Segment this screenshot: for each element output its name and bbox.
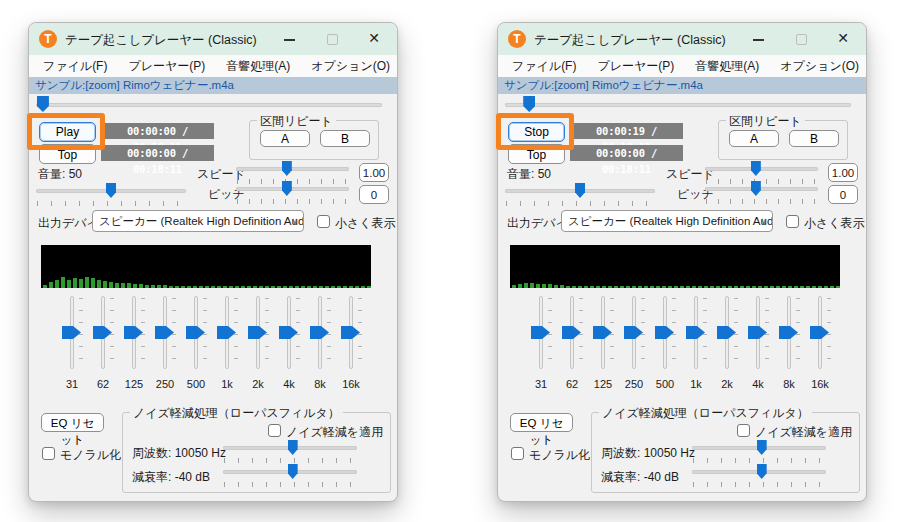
pitch-value-box[interactable]: 0 [828,185,858,204]
eq-slider-62[interactable]: 62 [560,296,584,394]
noise-apply-checkbox[interactable] [268,424,281,437]
spectrum-bar [67,280,71,288]
small-view-checkbox[interactable] [786,215,799,228]
menu-player[interactable]: プレーヤー(P) [594,57,677,76]
eq-slider-500[interactable]: 500 [653,296,677,394]
spectrum-bar [548,284,552,288]
menu-audio-processing[interactable]: 音響処理(A) [692,57,762,76]
eq-band-label: 1k [684,378,708,390]
noise-group-label: ノイズ軽減処理（ローパスフィルタ） [130,405,343,422]
small-view-checkbox[interactable] [317,215,330,228]
volume-slider[interactable] [505,183,655,207]
attenuation-thumb[interactable] [757,464,767,479]
speed-track[interactable] [705,167,818,171]
window-title: テープ起こしプレーヤー (Classic) [65,32,257,49]
seek-slider[interactable] [36,96,382,114]
pitch-track[interactable] [236,187,349,191]
frequency-thumb[interactable] [288,440,298,455]
eq-slider-500[interactable]: 500 [184,296,208,394]
spectrum-bar [728,286,732,288]
minimize-button[interactable] [269,23,311,55]
pitch-thumb[interactable] [282,181,292,196]
menu-options[interactable]: オプション(O) [308,57,393,76]
spectrum-bar [181,286,185,288]
eq-slider-16k[interactable]: 16k [808,296,832,394]
spectrum-bar [608,286,612,288]
eq-slider-31[interactable]: 31 [60,296,84,394]
seek-thumb[interactable] [37,96,49,112]
repeat-b-button[interactable]: B [320,130,370,147]
noise-apply-checkbox[interactable] [737,424,750,437]
frequency-slider[interactable] [692,440,826,464]
output-device-select[interactable]: スピーカー (Realtek High Definition Audio(S ∨ [561,210,773,232]
menu-file[interactable]: ファイル(F) [40,57,110,76]
pitch-slider[interactable] [705,181,818,205]
speed-value-box[interactable]: 1.00 [359,163,389,182]
speed-track[interactable] [236,167,349,171]
menu-audio-processing[interactable]: 音響処理(A) [223,57,293,76]
eq-band-label: 16k [808,378,832,390]
frequency-thumb[interactable] [757,440,767,455]
speed-value-box[interactable]: 1.00 [828,163,858,182]
close-button[interactable]: ✕ [822,23,864,55]
loaded-file-label: サンプル:[zoom] Rimoウェビナー.m4a [498,77,866,94]
seek-track[interactable] [505,103,851,107]
eq-slider-250[interactable]: 250 [153,296,177,394]
eq-slider-2k[interactable]: 2k [715,296,739,394]
eq-slider-31[interactable]: 31 [529,296,553,394]
menu-options[interactable]: オプション(O) [777,57,862,76]
menu-file[interactable]: ファイル(F) [509,57,579,76]
time-current-display: 00:00:19 / 00:18:11 [570,123,683,139]
attenuation-slider[interactable] [692,464,826,488]
eq-slider-1k[interactable]: 1k [684,296,708,394]
eq-slider-16k[interactable]: 16k [339,296,363,394]
eq-slider-8k[interactable]: 8k [308,296,332,394]
eq-slider-4k[interactable]: 4k [746,296,770,394]
maximize-button[interactable] [780,23,822,55]
repeat-a-button[interactable]: A [729,130,779,147]
spectrum-bar [824,286,828,288]
spectrum-bar [151,285,155,288]
spectrum-bar [704,286,708,288]
pitch-track[interactable] [705,187,818,191]
eq-slider-4k[interactable]: 4k [277,296,301,394]
seek-thumb[interactable] [523,96,535,112]
eq-slider-8k[interactable]: 8k [777,296,801,394]
minimize-button[interactable] [738,23,780,55]
eq-slider-1k[interactable]: 1k [215,296,239,394]
volume-slider[interactable] [36,183,186,207]
repeat-b-button[interactable]: B [789,130,839,147]
attenuation-thumb[interactable] [288,464,298,479]
spectrum-bar [115,283,119,288]
eq-reset-button[interactable]: EQ リセット [510,413,573,432]
seek-slider[interactable] [505,96,851,114]
title-bar[interactable]: T テープ起こしプレーヤー (Classic) ✕ [29,23,397,55]
spectrum-bar [788,286,792,288]
spectrum-bar [157,285,161,288]
seek-track[interactable] [36,103,382,107]
eq-slider-62[interactable]: 62 [91,296,115,394]
title-bar[interactable]: T テープ起こしプレーヤー (Classic) ✕ [498,23,866,55]
eq-reset-button[interactable]: EQ リセット [41,413,104,432]
eq-slider-250[interactable]: 250 [622,296,646,394]
pitch-slider[interactable] [236,181,349,205]
attenuation-slider[interactable] [223,464,357,488]
output-device-select[interactable]: スピーカー (Realtek High Definition Audio(S ∨ [92,210,304,232]
volume-thumb[interactable] [575,183,585,198]
speed-thumb[interactable] [282,161,292,176]
close-button[interactable]: ✕ [353,23,395,55]
spectrum-bar [614,286,618,288]
repeat-a-button[interactable]: A [260,130,310,147]
eq-slider-125[interactable]: 125 [122,296,146,394]
mono-checkbox[interactable] [511,447,524,460]
frequency-slider[interactable] [223,440,357,464]
eq-slider-2k[interactable]: 2k [246,296,270,394]
menu-player[interactable]: プレーヤー(P) [125,57,208,76]
volume-thumb[interactable] [106,183,116,198]
pitch-value-box[interactable]: 0 [359,185,389,204]
mono-checkbox[interactable] [42,447,55,460]
speed-thumb[interactable] [751,161,761,176]
pitch-thumb[interactable] [751,181,761,196]
eq-slider-125[interactable]: 125 [591,296,615,394]
maximize-button[interactable] [311,23,353,55]
